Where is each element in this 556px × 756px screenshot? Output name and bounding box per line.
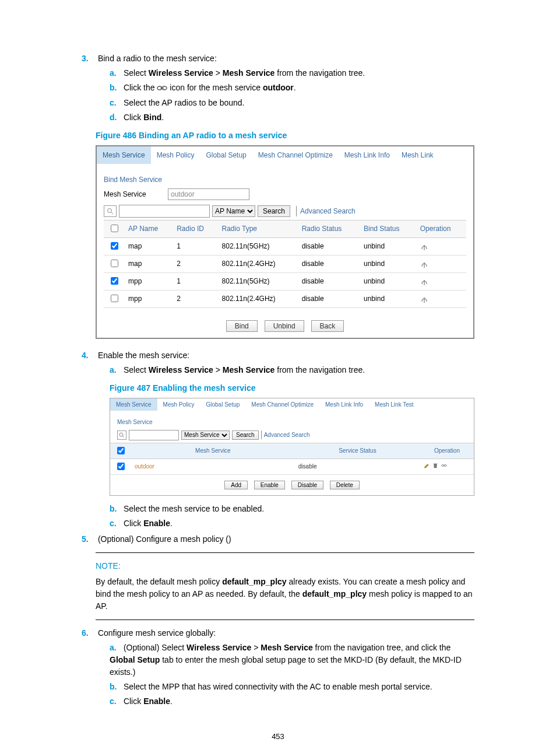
search-button[interactable]: Search (232, 430, 259, 440)
back-button[interactable]: Back (311, 320, 344, 332)
operation-cell (417, 255, 466, 272)
step-4a: a. Select Wireless Service > Mesh Servic… (110, 364, 474, 376)
col-operation: Operation (417, 220, 466, 237)
antenna-icon[interactable] (420, 295, 428, 303)
page-number: 453 (82, 731, 474, 743)
search-bar: AP Name Search Advanced Search (104, 205, 473, 218)
tab-global-setup[interactable]: Global Setup (200, 398, 245, 411)
table-row: mpp1802.11n(5GHz)disableunbind (104, 272, 466, 290)
tab-mesh-policy[interactable]: Mesh Policy (151, 146, 200, 164)
radio-type: 802.11n(2.4GHz) (219, 255, 298, 272)
step-3: 3. Bind a radio to the mesh service: a. … (82, 52, 474, 124)
table-row: outdoor disable (110, 459, 474, 474)
tab-mesh-channel-optimize[interactable]: Mesh Channel Optimize (245, 398, 319, 411)
ap-radio-table: AP Name Radio ID Radio Type Radio Status… (104, 220, 466, 308)
fig486-tabs: Mesh Service Mesh Policy Global Setup Me… (97, 146, 473, 164)
antenna-icon[interactable] (420, 277, 428, 285)
ap-name: mpp (125, 290, 173, 307)
fig487-buttons: Add Enable Disable Delete (110, 481, 474, 489)
tab-mesh-service[interactable]: Mesh Service (97, 146, 151, 164)
search-input[interactable] (129, 430, 179, 440)
row-checkbox[interactable] (111, 242, 118, 250)
step-3c: c. Select the AP radios to be bound. (110, 97, 474, 109)
svg-point-18 (444, 465, 446, 467)
antenna-icon[interactable] (420, 242, 428, 250)
antenna-icon[interactable] (420, 260, 428, 268)
search-field-select[interactable]: AP Name (212, 205, 255, 217)
radio-status: disable (298, 237, 360, 255)
step-title: Bind a radio to the mesh service: (98, 54, 217, 63)
col-mesh-service: Mesh Service (131, 443, 295, 459)
advanced-search-link[interactable]: Advanced Search (296, 206, 356, 216)
search-icon[interactable] (104, 205, 117, 217)
row-checkbox[interactable] (111, 277, 118, 285)
radio-id: 1 (173, 272, 218, 290)
step-6c: c. Click Enable. (110, 695, 474, 708)
step-3-substeps: a. Select Wireless Service > Mesh Servic… (82, 67, 474, 124)
search-input[interactable] (119, 205, 210, 218)
note-divider-top (96, 552, 474, 553)
svg-point-3 (108, 208, 112, 212)
step-6a: a. (Optional) Select Wireless Service > … (110, 642, 474, 678)
step-4: 4. Enable the mesh service: a. Select Wi… (82, 349, 474, 376)
tab-mesh-channel-optimize[interactable]: Mesh Channel Optimize (252, 146, 339, 164)
chain-link-icon (157, 82, 167, 94)
step-num: 5. (82, 533, 96, 545)
search-field-select[interactable]: Mesh Service (181, 430, 230, 440)
note-divider-bottom (96, 620, 474, 620)
step-num: 6. (82, 627, 96, 639)
step-num: 4. (82, 349, 96, 362)
tab-global-setup[interactable]: Global Setup (200, 146, 252, 164)
tab-mesh-link[interactable]: Mesh Link (396, 146, 439, 164)
fig486-buttons: Bind Unbind Back (97, 320, 473, 332)
step-5: 5. (Optional) Configure a mesh policy () (82, 533, 474, 545)
operation-cell (417, 272, 466, 290)
link-icon[interactable] (441, 463, 448, 470)
mesh-service-row: Mesh Service (104, 188, 473, 200)
bind-status: unbind (360, 290, 417, 307)
svg-rect-16 (433, 464, 437, 464)
col-service-status: Service Status (295, 443, 420, 459)
table-row: map2802.11n(2.4GHz)disableunbind (104, 255, 466, 272)
svg-point-17 (441, 465, 444, 467)
svg-rect-15 (434, 464, 437, 468)
advanced-search-link[interactable]: Advanced Search (261, 430, 310, 439)
radio-id: 2 (173, 255, 218, 272)
col-operation: Operation (420, 443, 474, 459)
tab-mesh-policy[interactable]: Mesh Policy (157, 398, 200, 411)
bind-status: unbind (360, 237, 417, 255)
bind-button[interactable]: Bind (226, 320, 258, 332)
figure-487: Mesh Service Mesh Policy Global Setup Me… (110, 398, 474, 496)
delete-button[interactable]: Delete (330, 481, 360, 489)
col-check (104, 220, 125, 237)
select-all-checkbox[interactable] (117, 447, 125, 454)
add-button[interactable]: Add (224, 481, 248, 489)
table-row: map1802.11n(5GHz)disableunbind (104, 237, 466, 255)
operation-cell (420, 459, 474, 474)
search-button[interactable]: Search (258, 205, 290, 217)
figure-487-caption: Figure 487 Enabling the mesh service (110, 382, 474, 394)
select-all-checkbox[interactable] (111, 225, 118, 232)
figure-486-caption: Figure 486 Binding an AP radio to a mesh… (96, 130, 474, 142)
unbind-button[interactable]: Unbind (265, 320, 304, 332)
mesh-service-name[interactable]: outdoor (135, 463, 154, 470)
edit-icon[interactable] (424, 463, 431, 470)
tab-mesh-service[interactable]: Mesh Service (110, 398, 157, 411)
step-title: Configure mesh service globally: (98, 628, 216, 638)
tab-mesh-link-info[interactable]: Mesh Link Info (319, 398, 369, 411)
search-icon[interactable] (117, 430, 126, 440)
step-4c: c. Click Enable. (110, 517, 474, 530)
row-checkbox[interactable] (111, 260, 118, 267)
disable-button[interactable]: Disable (291, 481, 323, 489)
step-title: Enable the mesh service: (98, 351, 189, 360)
tab-mesh-link-info[interactable]: Mesh Link Info (339, 146, 396, 164)
bind-status: unbind (360, 255, 417, 272)
row-checkbox[interactable] (117, 463, 125, 470)
enable-button[interactable]: Enable (254, 481, 285, 489)
tab-mesh-link-test[interactable]: Mesh Link Test (369, 398, 420, 411)
delete-icon[interactable] (432, 463, 439, 470)
svg-point-10 (424, 280, 425, 281)
row-checkbox[interactable] (111, 295, 118, 302)
table-row: mpp2802.11n(2.4GHz)disableunbind (104, 290, 466, 307)
step-3a: a. Select Wireless Service > Mesh Servic… (110, 67, 474, 79)
